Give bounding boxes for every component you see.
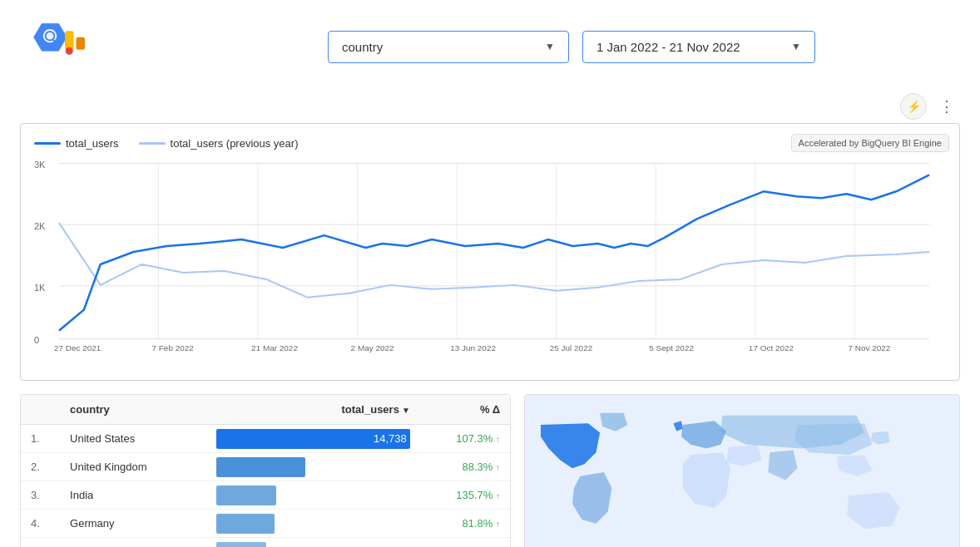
svg-text:7 Nov 2022: 7 Nov 2022 — [848, 343, 890, 352]
legend-line-dark — [34, 142, 61, 145]
col-country-header[interactable]: country — [60, 395, 206, 425]
bigquery-badge: Accelerated by BigQuery BI Engine — [791, 134, 949, 152]
bottom-panels: country total_users▼ % Δ 1. United State… — [20, 394, 960, 547]
row-users: 3,877 — [206, 538, 420, 548]
svg-text:5 Sept 2022: 5 Sept 2022 — [649, 343, 694, 352]
row-country: Germany — [60, 510, 206, 538]
more-options-button[interactable]: ⋮ — [933, 93, 960, 120]
row-users: 4,620 — [206, 481, 420, 510]
logo-icon — [20, 13, 120, 80]
legend-total-users: total_users — [34, 137, 119, 150]
table-row[interactable]: 1. United States 14,738 107.3% ↑ — [21, 425, 510, 453]
table-panel: country total_users▼ % Δ 1. United State… — [20, 394, 511, 547]
row-country: Netherlands — [60, 538, 206, 548]
chevron-down-icon: ▼ — [791, 41, 801, 52]
row-delta: 107.3% ↑ — [420, 425, 510, 453]
lightning-icon: ⚡ — [907, 100, 921, 113]
col-delta-header[interactable]: % Δ — [420, 395, 510, 425]
svg-point-7 — [66, 47, 73, 55]
svg-text:0: 0 — [34, 335, 39, 345]
svg-text:25 Jul 2022: 25 Jul 2022 — [550, 343, 593, 352]
world-map-svg — [525, 395, 959, 547]
chevron-down-icon: ▼ — [545, 41, 555, 52]
svg-text:3K: 3K — [34, 160, 46, 170]
date-range-dropdown[interactable]: 1 Jan 2022 - 21 Nov 2022 ▼ — [582, 31, 815, 63]
svg-text:1K: 1K — [34, 283, 46, 293]
row-rank: 2. — [21, 453, 60, 481]
legend-label-users: total_users — [66, 137, 119, 150]
svg-text:7 Feb 2022: 7 Feb 2022 — [151, 343, 194, 352]
col-users-header[interactable]: total_users▼ — [206, 395, 420, 425]
date-range-label: 1 Jan 2022 - 21 Nov 2022 — [596, 40, 740, 54]
sort-arrow-icon: ▼ — [402, 406, 410, 415]
chart-panel: total_users total_users (previous year) … — [20, 123, 960, 381]
row-rank: 5. — [21, 538, 60, 548]
header: country ▼ 1 Jan 2022 - 21 Nov 2022 ▼ — [0, 0, 980, 93]
table-row[interactable]: 5. Netherlands 3,877 98.1% ↑ — [21, 538, 510, 548]
svg-text:27 Dec 2021: 27 Dec 2021 — [54, 343, 101, 352]
row-delta: 98.1% ↑ — [420, 538, 510, 548]
row-users: 14,738 — [206, 425, 420, 453]
row-rank: 1. — [21, 425, 60, 453]
lightning-button[interactable]: ⚡ — [900, 93, 927, 120]
svg-rect-6 — [77, 37, 86, 50]
row-country: United States — [60, 425, 206, 453]
row-users: 6,804 — [206, 453, 420, 481]
legend-total-users-prev: total_users (previous year) — [139, 137, 299, 150]
svg-text:2 May 2022: 2 May 2022 — [351, 343, 394, 352]
svg-text:21 Mar 2022: 21 Mar 2022 — [251, 343, 298, 352]
row-country: India — [60, 481, 206, 510]
more-icon: ⋮ — [939, 97, 954, 116]
toolbar: ⚡ ⋮ — [0, 93, 980, 123]
svg-text:17 Oct 2022: 17 Oct 2022 — [749, 343, 794, 352]
chart-area: 3K 2K 1K 0 27 Dec 2021 7 Feb 202 — [34, 156, 946, 356]
row-delta: 81.8% ↑ — [420, 510, 510, 538]
row-rank: 4. — [21, 510, 60, 538]
legend-label-users-prev: total_users (previous year) — [171, 137, 299, 150]
chart-svg: 3K 2K 1K 0 27 Dec 2021 7 Feb 202 — [34, 156, 946, 356]
row-rank: 3. — [21, 481, 60, 510]
header-controls: country ▼ 1 Jan 2022 - 21 Nov 2022 ▼ — [183, 31, 960, 63]
row-country: United Kingdom — [60, 453, 206, 481]
legend-line-light — [139, 142, 166, 145]
col-rank-header — [21, 395, 60, 425]
logo-area — [20, 13, 170, 80]
table-row[interactable]: 3. India 4,620 135.7% ↑ — [21, 481, 510, 510]
svg-text:13 Jun 2022: 13 Jun 2022 — [450, 343, 496, 352]
table-row[interactable]: 4. Germany 4,457 81.8% ↑ — [21, 510, 510, 538]
svg-text:2K: 2K — [34, 221, 46, 231]
row-users: 4,457 — [206, 510, 420, 538]
svg-rect-5 — [65, 31, 74, 50]
country-dropdown-label: country — [342, 40, 383, 54]
row-delta: 88.3% ↑ — [420, 453, 510, 481]
country-dropdown[interactable]: country ▼ — [328, 31, 569, 63]
row-delta: 135.7% ↑ — [420, 481, 510, 510]
map-panel — [524, 394, 960, 547]
table-row[interactable]: 2. United Kingdom 6,804 88.3% ↑ — [21, 453, 510, 481]
